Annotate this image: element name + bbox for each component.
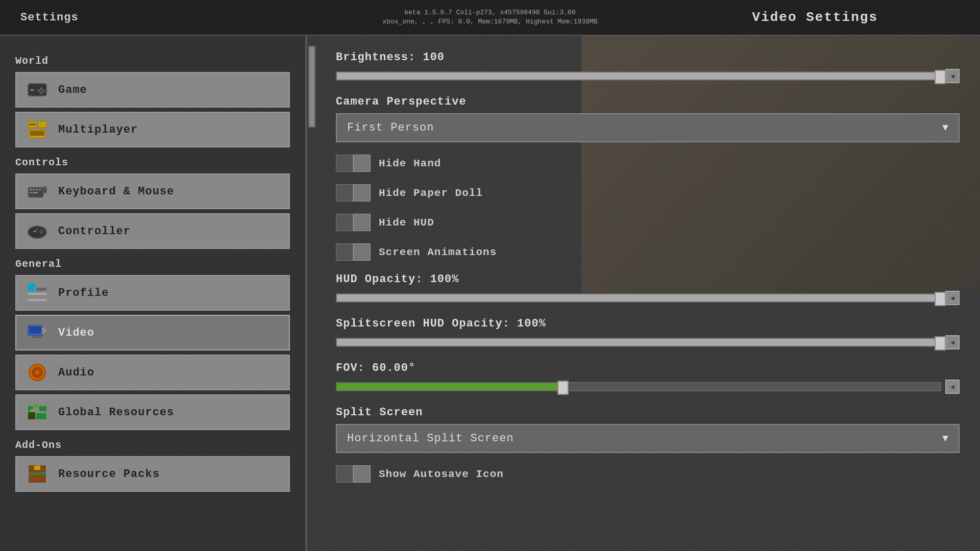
svg-rect-46 — [39, 406, 46, 411]
svg-point-6 — [40, 91, 43, 94]
resource-packs-icon — [26, 462, 49, 486]
splitscreen-hud-opacity-thumb[interactable] — [935, 336, 946, 350]
fov-track[interactable] — [336, 382, 941, 391]
global-resources-label: Global Resources — [58, 406, 174, 419]
svg-rect-31 — [36, 288, 46, 291]
screen-animations-toggle-on[interactable] — [353, 243, 371, 261]
controller-label: Controller — [58, 225, 131, 238]
sidebar-scroll-thumb — [308, 46, 315, 128]
sidebar-scrollbar[interactable] — [306, 36, 315, 551]
video-icon — [26, 321, 49, 344]
hud-opacity-fill — [337, 294, 940, 302]
sidebar-item-profile[interactable]: Profile — [15, 275, 290, 311]
camera-perspective-dropdown[interactable]: First Person▼ — [336, 113, 960, 142]
screen-animations-toggle[interactable] — [336, 243, 371, 261]
svg-marker-39 — [42, 328, 46, 334]
svg-rect-47 — [28, 412, 35, 419]
resource-packs-label: Resource Packs — [58, 468, 160, 481]
show-autosave-icon-row[interactable]: Show Autosave Icon — [336, 465, 960, 483]
game-label: Game — [58, 84, 87, 96]
hide-hud-toggle-off[interactable] — [336, 214, 353, 231]
brightness-track[interactable] — [336, 71, 941, 81]
hide-hand-toggle-on[interactable] — [353, 155, 371, 172]
svg-rect-13 — [30, 189, 32, 190]
brightness-end-btn[interactable]: ◀ — [945, 69, 960, 83]
fov-slider[interactable]: ◀ — [336, 380, 960, 394]
hide-paper-doll-label: Hide Paper Doll — [379, 187, 483, 199]
hide-paper-doll-toggle-on[interactable] — [353, 184, 371, 202]
setting-hud-opacity: HUD Opacity: 100%◀ — [336, 273, 960, 305]
setting-splitscreen-hud-opacity: Splitscreen HUD Opacity: 100%◀ — [336, 317, 960, 349]
svg-rect-48 — [36, 413, 46, 419]
svg-rect-49 — [30, 409, 33, 412]
sidebar-item-audio[interactable]: Audio — [15, 355, 290, 390]
brightness-thumb[interactable] — [935, 70, 946, 84]
keyboard-mouse-label: Keyboard & Mouse — [58, 185, 174, 198]
svg-rect-38 — [31, 338, 43, 339]
setting-hide-hand: Hide Hand — [336, 155, 960, 172]
splitscreen-hud-opacity-track[interactable] — [336, 338, 941, 347]
sidebar-item-global-resources[interactable]: Global Resources — [15, 394, 290, 430]
setting-hide-hud: Hide HUD — [336, 214, 960, 231]
hide-hud-toggle[interactable] — [336, 214, 371, 231]
hud-opacity-thumb[interactable] — [935, 292, 946, 306]
show-autosave-icon-toggle-on[interactable] — [353, 465, 371, 483]
hide-hand-toggle-off[interactable] — [336, 155, 353, 172]
svg-point-3 — [40, 87, 43, 90]
sidebar-item-game[interactable]: Game — [15, 72, 290, 108]
hide-hand-toggle[interactable] — [336, 155, 371, 172]
fov-end-btn[interactable]: ◀ — [945, 380, 960, 394]
svg-rect-18 — [33, 192, 38, 193]
fov-thumb[interactable] — [557, 381, 569, 395]
device-info: xbox_one, , , FPS: 0.0, Mem:1679MB, High… — [382, 17, 597, 27]
fov-fill — [337, 383, 563, 390]
hud-opacity-end-btn[interactable]: ◀ — [945, 291, 960, 305]
svg-rect-33 — [28, 296, 46, 298]
setting-split-screen: Split ScreenHorizontal Split Screen▼ — [336, 406, 960, 453]
sidebar-item-controller[interactable]: Controller — [15, 213, 290, 249]
hud-opacity-slider[interactable]: ◀ — [336, 291, 960, 305]
global-resources-icon — [26, 400, 49, 424]
main-container: WorldGameMultiplayerControlsKeyboard & M… — [0, 36, 980, 551]
split-screen-label: Split Screen — [336, 406, 960, 419]
hide-hud-toggle-on[interactable] — [353, 214, 371, 231]
section-label-world: World — [15, 55, 290, 67]
svg-rect-2 — [30, 90, 34, 91]
screen-animations-toggle-off[interactable] — [336, 243, 353, 261]
svg-rect-16 — [39, 189, 41, 190]
hide-paper-doll-toggle-off[interactable] — [336, 184, 353, 202]
settings-back-label[interactable]: Settings — [20, 11, 79, 24]
screen-animations-row[interactable]: Screen Animations — [336, 243, 960, 261]
hud-opacity-track[interactable] — [336, 293, 941, 303]
svg-rect-17 — [30, 192, 32, 193]
brightness-slider[interactable]: ◀ — [336, 69, 960, 83]
multiplayer-label: Multiplayer — [58, 123, 138, 136]
show-autosave-icon-toggle-off[interactable] — [336, 465, 353, 483]
svg-rect-45 — [34, 404, 38, 408]
profile-icon — [26, 281, 49, 305]
setting-show-autosave-icon: Show Autosave Icon — [336, 465, 960, 483]
sidebar-item-video[interactable]: Video — [15, 315, 290, 350]
screen-animations-label: Screen Animations — [379, 246, 497, 258]
sidebar-item-resource-packs[interactable]: Resource Packs — [15, 456, 290, 492]
svg-rect-29 — [28, 284, 35, 291]
hide-hand-row[interactable]: Hide Hand — [336, 155, 960, 172]
hide-hud-row[interactable]: Hide HUD — [336, 214, 960, 231]
split-screen-value: Horizontal Split Screen — [347, 432, 514, 445]
sidebar-item-keyboard-mouse[interactable]: Keyboard & Mouse — [15, 173, 290, 209]
svg-rect-36 — [29, 327, 41, 334]
hide-paper-doll-toggle[interactable] — [336, 184, 371, 202]
svg-rect-23 — [33, 231, 37, 232]
show-autosave-icon-toggle[interactable] — [336, 465, 371, 483]
section-label-add-ons: Add-Ons — [15, 439, 290, 451]
svg-rect-28 — [36, 229, 38, 230]
audio-icon — [26, 361, 49, 384]
right-panel: Brightness: 100◀Camera PerspectiveFirst … — [315, 36, 980, 551]
splitscreen-hud-opacity-slider[interactable]: ◀ — [336, 335, 960, 349]
svg-rect-11 — [30, 131, 44, 136]
hide-paper-doll-row[interactable]: Hide Paper Doll — [336, 184, 960, 202]
split-screen-dropdown[interactable]: Horizontal Split Screen▼ — [336, 424, 960, 453]
sidebar: WorldGameMultiplayerControlsKeyboard & M… — [0, 36, 306, 551]
splitscreen-hud-opacity-end-btn[interactable]: ◀ — [945, 335, 960, 349]
sidebar-item-multiplayer[interactable]: Multiplayer — [15, 112, 290, 147]
